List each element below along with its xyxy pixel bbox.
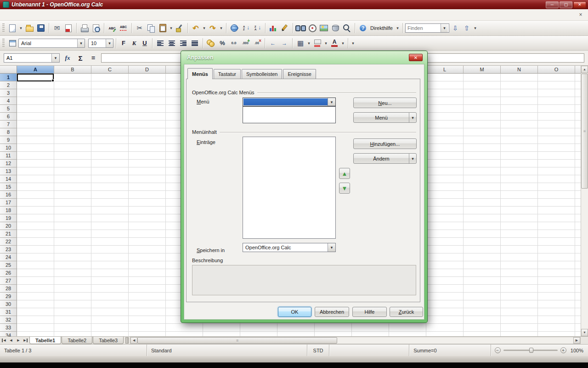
close-button[interactable]: ✕ <box>573 1 586 8</box>
function-wizard-icon[interactable]: fx <box>62 53 73 63</box>
currency-format-icon[interactable] <box>205 38 216 49</box>
cell-O24[interactable] <box>538 253 575 261</box>
zoom-level[interactable]: 100% <box>570 348 588 353</box>
cell-J33[interactable] <box>352 324 389 332</box>
new-document-dropdown-icon[interactable] <box>18 23 23 33</box>
cell-reference-input[interactable] <box>4 55 50 61</box>
cell-L15[interactable] <box>426 183 464 191</box>
cell-D16[interactable] <box>129 191 166 199</box>
cell-I34[interactable] <box>315 332 352 336</box>
column-header-M[interactable]: M <box>464 66 501 74</box>
cell-A34[interactable] <box>17 332 54 336</box>
cell-B16[interactable] <box>54 191 91 199</box>
align-right-icon[interactable] <box>178 38 189 49</box>
cell-O19[interactable] <box>538 214 575 222</box>
cell-M34[interactable] <box>464 332 501 336</box>
cell-N18[interactable] <box>501 207 538 214</box>
menu-combobox[interactable] <box>243 98 336 106</box>
cell-A7[interactable] <box>17 121 54 128</box>
cell-C12[interactable] <box>91 160 129 167</box>
cell-J34[interactable] <box>352 332 389 336</box>
cell-L16[interactable] <box>426 191 464 199</box>
sheet-tab-Tabelle2[interactable]: Tabelle2 <box>62 337 92 344</box>
row-header-10[interactable]: 10 <box>0 144 17 152</box>
align-center-icon[interactable] <box>166 38 177 49</box>
row-header-31[interactable]: 31 <box>0 308 17 316</box>
find-dropdown-icon[interactable] <box>441 24 448 32</box>
redo-dropdown-icon[interactable] <box>219 23 224 33</box>
cell-M23[interactable] <box>464 246 501 253</box>
new-document-icon[interactable] <box>7 23 18 34</box>
cell-O25[interactable] <box>538 261 575 269</box>
cell-M16[interactable] <box>464 191 501 199</box>
cell-N32[interactable] <box>501 316 538 324</box>
cell-O5[interactable] <box>538 105 575 113</box>
row-header-26[interactable]: 26 <box>0 269 17 277</box>
paste-dropdown-icon[interactable] <box>169 23 174 33</box>
cell-B12[interactable] <box>54 160 91 167</box>
cell-B19[interactable] <box>54 214 91 222</box>
cell-O9[interactable] <box>538 136 575 144</box>
cell-B7[interactable] <box>54 121 91 128</box>
cell-H34[interactable] <box>277 332 315 336</box>
gallery-icon[interactable] <box>318 23 329 34</box>
zoom-icon[interactable] <box>341 23 352 34</box>
cell-L23[interactable] <box>426 246 464 253</box>
cell-O34[interactable] <box>538 332 575 336</box>
bold-button[interactable]: F <box>119 38 129 48</box>
background-color-dropdown-icon[interactable] <box>323 38 328 48</box>
email-icon[interactable] <box>51 23 62 34</box>
cell-N30[interactable] <box>501 300 538 308</box>
column-header-O[interactable]: O <box>538 66 575 74</box>
back-button[interactable]: Zurück <box>390 307 423 317</box>
cell-B29[interactable] <box>54 293 91 300</box>
cell-D22[interactable] <box>129 238 166 246</box>
zoom-in-icon[interactable]: + <box>560 347 566 353</box>
cell-N29[interactable] <box>501 293 538 300</box>
name-box-dropdown-icon[interactable] <box>51 54 59 62</box>
cell-B1[interactable] <box>54 74 91 81</box>
cell-A2[interactable] <box>17 81 54 89</box>
cell-N13[interactable] <box>501 167 538 175</box>
horizontal-scrollbar[interactable]: ◀ ≡ ▶ <box>130 337 581 344</box>
cell-C18[interactable] <box>91 207 129 214</box>
cell-O12[interactable] <box>538 160 575 167</box>
cell-M10[interactable] <box>464 144 501 152</box>
cell-M24[interactable] <box>464 253 501 261</box>
cell-L8[interactable] <box>426 128 464 136</box>
row-header-18[interactable]: 18 <box>0 207 17 214</box>
sheet-tab-Tabelle3[interactable]: Tabelle3 <box>93 337 124 344</box>
cell-C27[interactable] <box>91 277 129 285</box>
tab-tastatur[interactable]: Tastatur <box>214 69 241 79</box>
cell-D10[interactable] <box>129 144 166 152</box>
cell-D23[interactable] <box>129 246 166 253</box>
sum-icon[interactable]: Σ <box>75 53 85 63</box>
undo-dropdown-icon[interactable] <box>202 23 207 33</box>
redo-icon[interactable] <box>207 23 218 34</box>
sort-descending-icon[interactable] <box>252 23 263 34</box>
cell-M15[interactable] <box>464 183 501 191</box>
cell-D8[interactable] <box>129 128 166 136</box>
close-document-icon[interactable]: × <box>577 11 584 18</box>
entries-listbox[interactable] <box>243 137 336 239</box>
row-header-19[interactable]: 19 <box>0 214 17 222</box>
cell-A14[interactable] <box>17 175 54 183</box>
column-header-D[interactable]: D <box>129 66 166 74</box>
cell-A26[interactable] <box>17 269 54 277</box>
export-pdf-icon[interactable] <box>63 23 74 34</box>
cell-O31[interactable] <box>538 308 575 316</box>
menu-combobox-dropdown-icon[interactable] <box>328 98 335 106</box>
cell-N15[interactable] <box>501 183 538 191</box>
modify-button-dropdown-icon[interactable] <box>409 154 416 163</box>
cell-A12[interactable] <box>17 160 54 167</box>
cell-A8[interactable] <box>17 128 54 136</box>
cell-L3[interactable] <box>426 89 464 97</box>
cell-M22[interactable] <box>464 238 501 246</box>
cell-N17[interactable] <box>501 199 538 207</box>
cell-L4[interactable] <box>426 97 464 105</box>
cell-G34[interactable] <box>240 332 277 336</box>
cell-B15[interactable] <box>54 183 91 191</box>
cell-B13[interactable] <box>54 167 91 175</box>
move-down-icon[interactable] <box>339 183 350 194</box>
cell-B25[interactable] <box>54 261 91 269</box>
